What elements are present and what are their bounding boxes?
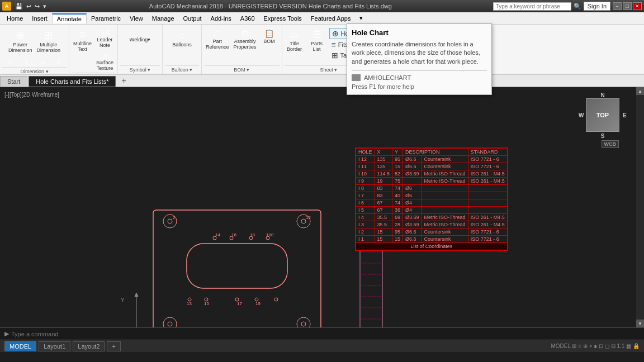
restore-button[interactable]: □ (623, 2, 632, 10)
svg-point-17 (163, 317, 177, 327)
command-text: AMHOLECHART (364, 74, 411, 81)
table-row: I 91975Metric ISO-ThreadISO 261 - M4.5 (356, 178, 508, 185)
vertical-scrollbar[interactable]: ▲ ▼ (636, 87, 644, 327)
keyword-search[interactable] (493, 2, 571, 11)
table-row: I 1213595Ø6.6CountersinkISO 7721 - 6 (356, 156, 508, 163)
svg-text:17: 17 (237, 301, 242, 306)
menu-home[interactable]: Home (2, 14, 27, 23)
scroll-down[interactable]: ▼ (636, 320, 644, 327)
scroll-up[interactable]: ▲ (636, 87, 644, 95)
title-border-button[interactable]: ▭ TitleBorder (285, 28, 305, 60)
search-icon[interactable]: 🔍 (574, 3, 581, 10)
multi-dim-label: MultipleDimension (37, 42, 61, 53)
tab-start[interactable]: Start (0, 76, 27, 87)
minimize-button[interactable]: − (613, 2, 622, 10)
menu-annotate[interactable]: Annotate (52, 13, 87, 23)
main-area: [-][Top][2D Wireframe] Y Y1 0 0 X1 Y X (0, 87, 644, 327)
canvas[interactable]: [-][Top][2D Wireframe] Y Y1 0 0 X1 Y X (0, 87, 636, 327)
part-reference-button[interactable]: ⬚ PartReference (204, 28, 231, 51)
svg-point-18 (168, 322, 172, 326)
signin-area[interactable]: Sign In (584, 2, 610, 11)
ribbon-group-dimension: ⊕ PowerDimension ⊞ MultipleDimension ↔ ↕… (0, 25, 69, 74)
surface-texture-button[interactable]: ⊿SurfaceTexture (94, 51, 115, 73)
menu-output[interactable]: Output (179, 14, 206, 23)
assembly-icon: ⊟ (242, 30, 248, 37)
table-footer-row: List of Coordinates (356, 243, 508, 250)
command-input[interactable] (11, 331, 640, 337)
tab-hole-charts[interactable]: Hole Charts and Fits Lists* (29, 76, 116, 87)
bom-icon: 📋 (264, 30, 274, 37)
svg-point-19 (297, 317, 310, 327)
col-x: X (375, 149, 392, 156)
dim-tool-4[interactable]: ∠ (51, 57, 67, 67)
menu-bar: Home Insert Annotate Parametric View Man… (0, 12, 644, 25)
power-dimension-button[interactable]: ⊕ PowerDimension (7, 28, 34, 55)
menu-express[interactable]: Express Tools (259, 14, 306, 23)
cmd-prompt: ▶ (4, 330, 9, 337)
menu-featured[interactable]: Featured Apps (306, 14, 356, 23)
multiline-text-button[interactable]: ≡ MultilineText (72, 28, 93, 54)
navcube-wcb: WCB (602, 140, 619, 148)
svg-text:15: 15 (204, 301, 209, 306)
svg-text:16: 16 (231, 232, 236, 237)
command-line[interactable]: ▶ (0, 327, 644, 340)
quick-more[interactable]: ▾ (41, 2, 48, 11)
table-row: I 11515Ø6.6CountersinkISO 7721 - 6 (356, 236, 508, 243)
part-ref-label: PartReference (206, 39, 229, 50)
bom-button[interactable]: 📋 BOM (259, 28, 280, 46)
balloon-group-label: Balloon ▾ (165, 65, 199, 74)
layout2-tab[interactable]: Layout2 (73, 341, 105, 351)
assembly-props-button[interactable]: ⊟ AssemblyProperties (232, 28, 258, 51)
svg-rect-11 (153, 210, 321, 327)
menu-parametric[interactable]: Parametric (87, 14, 125, 23)
quick-redo[interactable]: ↪ (33, 2, 41, 11)
menu-addins[interactable]: Add-ins (206, 14, 236, 23)
part-ref-icon: ⬚ (214, 30, 221, 37)
multiple-dimension-button[interactable]: ⊞ MultipleDimension (35, 28, 63, 55)
title-bar-right: 🔍 Sign In − □ ✕ (493, 2, 642, 11)
app-icon: A (2, 2, 11, 11)
dim-tool-3[interactable]: ⌀ (35, 57, 50, 67)
add-layout-button[interactable]: + (107, 341, 120, 351)
svg-text:Y: Y (121, 297, 125, 303)
menu-more[interactable]: ▾ (355, 13, 367, 23)
menu-insert[interactable]: Insert (27, 14, 52, 23)
popup-command: AMHOLECHART (352, 74, 487, 81)
dim-tool-1[interactable]: ↔ (2, 57, 18, 67)
welding-button[interactable]: ⌇Welding▾ (128, 28, 152, 44)
navcube-top-label: TOP (596, 112, 609, 118)
model-tab[interactable]: MODEL (4, 341, 36, 351)
leader-note-button[interactable]: ↗ALeaderNote (94, 28, 115, 50)
parts-list-button[interactable]: ☰ PartsList (307, 28, 327, 60)
layout1-tab[interactable]: Layout1 (39, 341, 70, 351)
tab-add-button[interactable]: + (117, 74, 130, 87)
popup-divider (352, 70, 487, 71)
dimension-group-label: Dimension ▾ (2, 67, 67, 75)
quick-undo[interactable]: ↩ (25, 2, 33, 11)
table-row: I 435.569Ø3.69Metric ISO-ThreadISO 261 -… (356, 214, 508, 221)
table-row: I 10114.582Ø3.69Metric ISO-ThreadISO 261… (356, 170, 508, 178)
menu-manage[interactable]: Manage (148, 14, 179, 23)
menu-a360[interactable]: A360 (236, 14, 259, 23)
multiline-label: MultilineText (73, 41, 92, 52)
navcube-north: N (600, 92, 604, 98)
title-border-icon: ▭ (290, 30, 299, 40)
dimension-icons: ⊕ PowerDimension ⊞ MultipleDimension (7, 26, 62, 55)
navcube[interactable]: N TOP S W E WCB (586, 98, 625, 137)
power-dim-icon: ⊕ (16, 30, 25, 41)
scroll-track[interactable] (636, 95, 644, 320)
symbol-icons: ⌇Welding▾ (128, 26, 152, 44)
svg-text:2: 2 (173, 215, 176, 220)
close-button[interactable]: ✕ (633, 2, 642, 10)
navcube-east: E (623, 112, 627, 118)
svg-text:18: 18 (250, 232, 255, 237)
navcube-face-top[interactable]: N TOP S W E WCB (586, 98, 619, 132)
menu-view[interactable]: View (125, 14, 148, 23)
statusbar-icons: MODEL ⊞ ≡ ⊕ ⌖ ∎ ⊡ ◻ ⊟ 1:1 ▦ 🔒 (551, 343, 640, 350)
balloons-button[interactable]: ○ Balloons (171, 28, 193, 49)
title-bar: A 💾 ↩ ↪ ▾ AutoCAD Mechanical 2018 - UNRE… (0, 0, 644, 12)
table-row: I 66774Ø4 (356, 199, 508, 207)
quick-save[interactable]: 💾 (13, 2, 25, 11)
dim-tool-2[interactable]: ↕ (18, 57, 34, 67)
hole-chart-tooltip: Hole Chart Creates coordinate dimensions… (347, 23, 492, 95)
